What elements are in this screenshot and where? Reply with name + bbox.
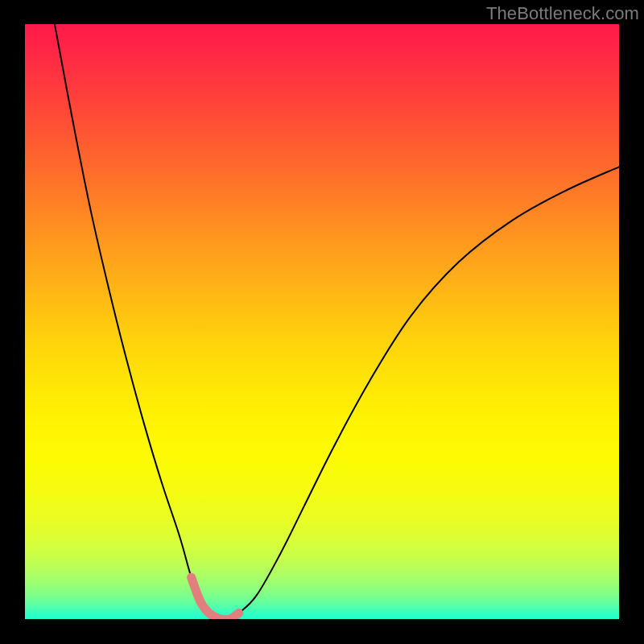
watermark-label: TheBottleneck.com <box>486 3 639 24</box>
chart-frame: TheBottleneck.com <box>0 0 644 644</box>
chart-svg <box>25 24 619 619</box>
bottleneck-curve <box>55 24 619 619</box>
highlight-range <box>192 577 239 619</box>
plot-area <box>25 24 619 619</box>
